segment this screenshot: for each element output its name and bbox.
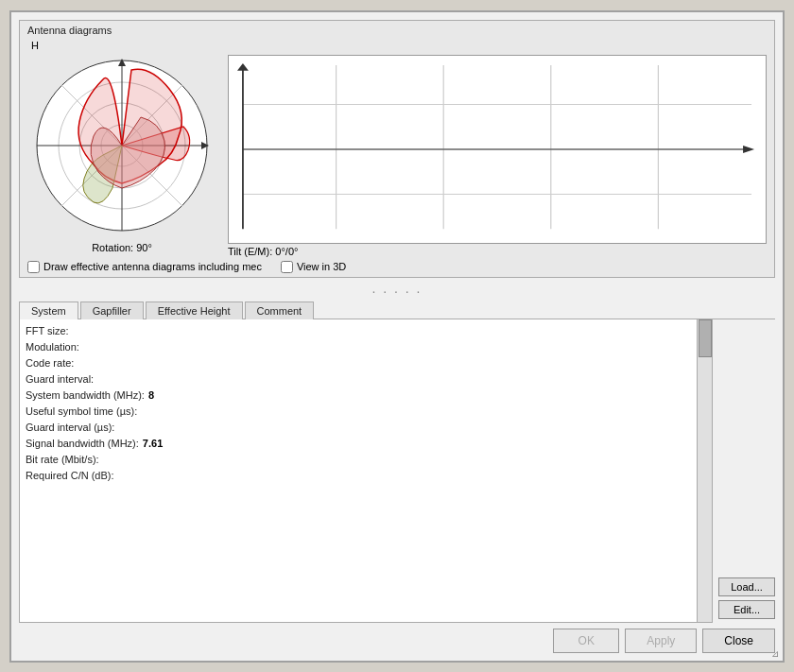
tilt-label: Tilt (E/M): 0°/0° bbox=[228, 246, 298, 257]
info-line: System bandwidth (MHz):8 bbox=[26, 388, 687, 403]
info-line: FFT size: bbox=[26, 323, 687, 338]
tab-content-system: FFT size:Modulation:Code rate:Guard inte… bbox=[19, 319, 713, 623]
info-key: System bandwidth (MHz): bbox=[26, 388, 145, 403]
svg-marker-19 bbox=[743, 146, 754, 153]
tab-system[interactable]: System bbox=[19, 302, 78, 319]
checkbox-3d-row: View in 3D bbox=[281, 261, 346, 273]
cartesian-chart bbox=[228, 55, 767, 244]
info-key: Modulation: bbox=[26, 339, 79, 354]
apply-button[interactable]: Apply bbox=[625, 629, 697, 653]
info-line: Useful symbol time (µs): bbox=[26, 404, 687, 419]
scrollbar-thumb[interactable] bbox=[699, 319, 712, 357]
info-line: Bit rate (Mbit/s): bbox=[26, 452, 687, 467]
tab-gapfiller[interactable]: Gapfiller bbox=[80, 302, 144, 319]
polar-chart bbox=[27, 51, 216, 240]
tab-bar: System Gapfiller Effective Height Commen… bbox=[19, 301, 775, 319]
antenna-diagrams-title: Antenna diagrams bbox=[27, 25, 767, 36]
info-key: Signal bandwidth (MHz): bbox=[26, 436, 139, 451]
info-line: Modulation: bbox=[26, 339, 687, 354]
info-key: Guard interval (µs): bbox=[26, 420, 114, 435]
cartesian-container: Tilt (E/M): 0°/0° bbox=[228, 40, 767, 257]
load-button[interactable]: Load... bbox=[718, 577, 775, 596]
scrollbar-area[interactable] bbox=[697, 319, 712, 622]
info-key: Code rate: bbox=[26, 355, 74, 370]
checkbox-effective[interactable] bbox=[27, 261, 40, 273]
diagrams-row: H bbox=[27, 40, 767, 257]
info-line: Required C/N (dB): bbox=[26, 468, 687, 483]
checkbox-3d[interactable] bbox=[281, 261, 293, 273]
info-line: Signal bandwidth (MHz):7.61 bbox=[26, 436, 687, 451]
tab-effective-height[interactable]: Effective Height bbox=[146, 302, 243, 319]
bottom-bar: OK Apply Close bbox=[19, 629, 775, 653]
info-value: 7.61 bbox=[143, 436, 163, 451]
checkbox-effective-row: Draw effective antenna diagrams includin… bbox=[27, 261, 262, 273]
info-key: FFT size: bbox=[26, 323, 69, 338]
info-key: Useful symbol time (µs): bbox=[26, 404, 137, 419]
info-key: Bit rate (Mbit/s): bbox=[26, 452, 99, 467]
resize-handle[interactable]: ⊿ bbox=[771, 648, 779, 659]
info-line: Code rate: bbox=[26, 355, 687, 370]
info-key: Guard interval: bbox=[26, 371, 94, 387]
info-line: Guard interval: bbox=[26, 371, 687, 387]
info-line: Guard interval (µs): bbox=[26, 420, 687, 435]
svg-marker-20 bbox=[237, 62, 249, 70]
main-dialog: Antenna diagrams H bbox=[9, 10, 785, 663]
antenna-diagrams-section: Antenna diagrams H bbox=[19, 20, 775, 278]
content-with-side: FFT size:Modulation:Code rate:Guard inte… bbox=[19, 319, 775, 623]
checkbox-3d-label: View in 3D bbox=[297, 261, 346, 272]
diagrams-footer: Draw effective antenna diagrams includin… bbox=[27, 261, 767, 273]
info-value: 8 bbox=[148, 388, 154, 403]
tabs-section: System Gapfiller Effective Height Commen… bbox=[19, 301, 775, 623]
checkbox-effective-label: Draw effective antenna diagrams includin… bbox=[43, 261, 262, 272]
system-info: FFT size:Modulation:Code rate:Guard inte… bbox=[26, 323, 706, 483]
edit-button[interactable]: Edit... bbox=[718, 600, 775, 619]
polar-svg bbox=[27, 51, 216, 240]
side-buttons: Load... Edit... bbox=[718, 577, 775, 623]
ok-button[interactable]: OK bbox=[553, 629, 619, 653]
polar-container: H bbox=[27, 40, 216, 253]
info-key: Required C/N (dB): bbox=[26, 468, 114, 483]
rotation-label: Rotation: 90° bbox=[92, 242, 152, 253]
cartesian-svg bbox=[229, 56, 766, 243]
polar-label: H bbox=[31, 40, 39, 51]
drag-handle[interactable]: · · · · · bbox=[19, 284, 775, 299]
tab-comment[interactable]: Comment bbox=[245, 302, 315, 319]
close-button[interactable]: Close bbox=[702, 629, 775, 653]
